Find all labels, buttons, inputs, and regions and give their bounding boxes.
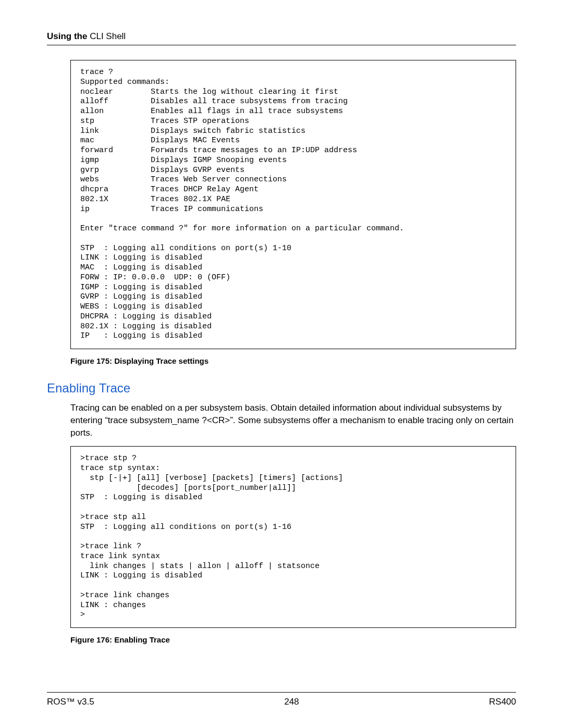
code-block-enabling-trace: >trace stp ? trace stp syntax: stp [-|+]… xyxy=(70,446,516,628)
footer-rule xyxy=(47,692,516,693)
header-bold: Using the xyxy=(47,31,90,41)
footer-page-number: 248 xyxy=(284,697,299,707)
page-header: Using the CLI Shell xyxy=(47,31,516,42)
page-footer: ROS™ v3.5 248 RS400 xyxy=(47,697,516,707)
header-rest: CLI Shell xyxy=(90,31,126,41)
footer-right: RS400 xyxy=(489,697,516,707)
page-container: Using the CLI Shell trace ? Supported co… xyxy=(0,0,563,728)
section-heading-enabling-trace: Enabling Trace xyxy=(47,381,516,396)
footer-left: ROS™ v3.5 xyxy=(47,697,94,707)
figure-caption-176: Figure 176: Enabling Trace xyxy=(70,635,516,644)
spacer xyxy=(47,660,516,682)
header-rule xyxy=(47,45,516,45)
figure-caption-175: Figure 175: Displaying Trace settings xyxy=(70,356,516,365)
code-block-trace-settings: trace ? Supported commands: noclear Star… xyxy=(70,60,516,349)
body-paragraph: Tracing can be enabled on a per subsyste… xyxy=(70,402,516,439)
